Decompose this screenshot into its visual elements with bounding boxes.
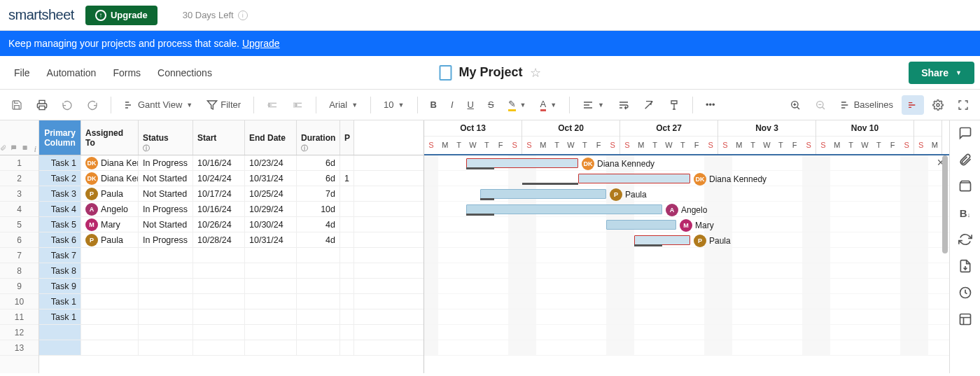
strikethrough-icon[interactable]: S [482, 95, 500, 114]
cell-start[interactable]: 10/16/24 [193, 202, 245, 216]
column-header-status[interactable]: Statusⓘ [139, 120, 193, 155]
gantt-row[interactable]: PPaula [424, 232, 949, 248]
cell-start[interactable]: 10/28/24 [193, 232, 245, 247]
cell-primary[interactable]: Task 3 [39, 186, 81, 201]
cell-status[interactable]: In Progress [139, 155, 193, 170]
gantt-row[interactable] [424, 325, 949, 340]
cell-primary[interactable]: Task 1 [39, 294, 81, 309]
cell-end[interactable]: 10/25/24 [245, 186, 297, 201]
clear-format-icon[interactable] [638, 95, 660, 115]
cell-p[interactable] [340, 309, 354, 324]
row-number[interactable]: 1 [0, 155, 38, 171]
cell-end[interactable]: 10/31/24 [245, 171, 297, 186]
critical-path-icon[interactable] [902, 95, 924, 115]
gantt-row[interactable]: PPaula [424, 186, 949, 202]
cell-duration[interactable] [297, 340, 340, 355]
row-number[interactable]: 13 [0, 340, 38, 356]
row-info-icon[interactable]: i [32, 144, 38, 152]
cell-duration[interactable] [297, 309, 340, 324]
gantt-row[interactable] [424, 294, 949, 309]
cell-end[interactable] [245, 325, 297, 340]
cell-primary[interactable]: Task 5 [39, 217, 81, 232]
update-requests-icon[interactable] [958, 232, 972, 246]
cell-status[interactable]: Not Started [139, 186, 193, 201]
settings-gear-icon[interactable] [927, 95, 949, 115]
cell-p[interactable] [340, 279, 354, 293]
cell-status[interactable] [139, 294, 193, 309]
attachment-icon[interactable] [0, 144, 6, 152]
row-number[interactable]: 9 [0, 279, 38, 294]
row-number[interactable]: 3 [0, 186, 38, 202]
cell-end[interactable] [245, 340, 297, 355]
cell-primary[interactable]: Task 7 [39, 248, 81, 263]
cell-start[interactable] [193, 294, 245, 309]
column-header-start[interactable]: Start [193, 120, 245, 155]
row-number[interactable]: 7 [0, 248, 38, 263]
indent-icon[interactable] [286, 95, 309, 115]
cell-start[interactable] [193, 279, 245, 293]
cell-start[interactable]: 10/24/24 [193, 171, 245, 186]
outdent-icon[interactable] [261, 95, 284, 115]
save-icon[interactable] [6, 95, 28, 115]
cell-assigned[interactable] [81, 279, 139, 293]
cell-p[interactable] [340, 217, 354, 232]
print-icon[interactable] [31, 95, 53, 115]
gantt-row[interactable]: AAngelo [424, 202, 949, 217]
cell-assigned[interactable]: AAngelo [81, 202, 139, 216]
cell-end[interactable] [245, 263, 297, 278]
more-icon[interactable]: ••• [700, 95, 721, 114]
cell-duration[interactable]: 10d [297, 202, 340, 216]
table-row[interactable]: Task 7 [39, 248, 424, 263]
cell-start[interactable] [193, 263, 245, 278]
wrap-icon[interactable] [612, 95, 635, 115]
table-row[interactable]: Task 1DKDiana KennedyIn Progress10/16/24… [39, 155, 424, 171]
upgrade-button[interactable]: ↑ Upgrade [85, 6, 158, 25]
bold-icon[interactable]: B [425, 95, 442, 114]
cell-assigned[interactable]: PPaula [81, 232, 139, 247]
comment-icon[interactable] [10, 144, 17, 152]
favorite-star-icon[interactable]: ☆ [530, 65, 541, 81]
cell-end[interactable] [245, 279, 297, 293]
menu-forms[interactable]: Forms [104, 62, 149, 84]
cell-start[interactable]: 10/26/24 [193, 217, 245, 232]
table-row[interactable]: Task 8 [39, 263, 424, 279]
cell-primary[interactable]: Task 4 [39, 202, 81, 216]
cell-primary[interactable]: Task 9 [39, 279, 81, 293]
activity-log-icon[interactable] [958, 286, 972, 300]
cell-assigned[interactable]: DKDiana Kennedy [81, 171, 139, 186]
cell-p[interactable] [340, 263, 354, 278]
cell-start[interactable] [193, 325, 245, 340]
row-number[interactable]: 6 [0, 232, 38, 248]
cell-end[interactable]: 10/23/24 [245, 155, 297, 170]
cell-start[interactable] [193, 340, 245, 355]
cell-status[interactable]: In Progress [139, 202, 193, 216]
cell-duration[interactable] [297, 263, 340, 278]
cell-assigned[interactable] [81, 248, 139, 263]
cell-primary[interactable]: Task 1 [39, 309, 81, 324]
column-header-duration[interactable]: Durationⓘ [297, 120, 340, 155]
brandfolder-icon[interactable]: B↓ [958, 206, 972, 220]
cell-status[interactable] [139, 309, 193, 324]
align-icon[interactable]: ▼ [577, 95, 610, 115]
cell-assigned[interactable] [81, 325, 139, 340]
cell-end[interactable]: 10/31/24 [245, 232, 297, 247]
cell-duration[interactable]: 4d [297, 217, 340, 232]
row-number[interactable]: 8 [0, 263, 38, 279]
gantt-bar[interactable]: PPaula [634, 235, 690, 245]
column-header-p[interactable]: P [340, 120, 354, 155]
cell-assigned[interactable] [81, 340, 139, 355]
row-number[interactable]: 10 [0, 294, 38, 309]
table-row[interactable]: Task 3PPaulaNot Started10/17/2410/25/247… [39, 186, 424, 202]
row-number[interactable]: 11 [0, 309, 38, 325]
gantt-row[interactable] [424, 340, 949, 356]
format-painter-icon[interactable] [663, 95, 685, 115]
cell-assigned[interactable] [81, 309, 139, 324]
cell-p[interactable] [340, 248, 354, 263]
share-button[interactable]: Share ▼ [909, 62, 974, 84]
cell-duration[interactable] [297, 248, 340, 263]
proofs-rail-icon[interactable] [958, 179, 972, 193]
gantt-bar[interactable]: DKDiana Kennedy [466, 158, 578, 168]
underline-icon[interactable]: U [462, 95, 479, 114]
cell-duration[interactable] [297, 279, 340, 293]
cell-duration[interactable] [297, 325, 340, 340]
